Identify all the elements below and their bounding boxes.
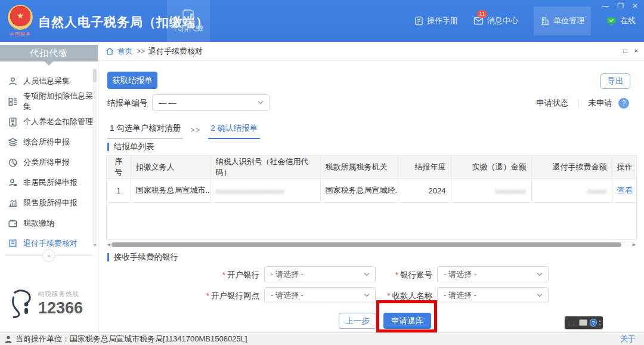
ime-more-dots-icon: ▪▪ <box>599 319 600 326</box>
application-status: 申请状态 ｜ 未申请 ? <box>536 98 629 109</box>
app-window: — ❐ ✕ ★ 中国税务 自然人电子税务局（扣缴端） 代扣代缴 操作手册 11 <box>0 0 644 345</box>
horizontal-scrollbar[interactable]: ◀ ▶ <box>106 242 637 247</box>
nav-item-online-status[interactable]: 在线 <box>606 16 636 26</box>
cell-paid-amount-redacted: ●●●●●●●● <box>496 189 527 195</box>
status-value: 未申请 <box>589 98 613 109</box>
scrollbar-thumb[interactable] <box>93 69 97 82</box>
operator-user-icon <box>5 335 12 343</box>
statement-number-select[interactable]: — — <box>152 94 270 111</box>
col-agent: 扣缴义务人 <box>131 156 210 178</box>
col-taxpayer-id: 纳税人识别号（社会信用代码） <box>210 156 320 178</box>
top-header: — ❐ ✕ ★ 中国税务 自然人电子税务局（扣缴端） 代扣代缴 操作手册 11 <box>0 0 644 42</box>
previous-step-button[interactable]: 上一步 <box>339 313 376 329</box>
cell-seq: 1 <box>107 178 131 202</box>
nav-label: 单位管理 <box>553 16 584 26</box>
section-title-text: 结报单列表 <box>114 141 154 152</box>
required-mark: * <box>222 270 225 279</box>
home-icon <box>106 47 114 55</box>
sidebar-item-personnel-info[interactable]: 人员信息采集 <box>0 71 98 91</box>
export-button[interactable]: 导出 <box>600 73 630 89</box>
sidebar-item-tax-payment[interactable]: 税款缴纳 <box>0 213 98 233</box>
sidebar-item-label: 税款缴纳 <box>23 218 54 229</box>
hotline-number: 12366 <box>38 299 83 318</box>
step-tab-1[interactable]: 1 勾选单户核对清册 <box>107 123 183 139</box>
status-separator: ｜ <box>574 98 582 109</box>
header-nav: 操作手册 11 消息中心 单位管理 在线 <box>414 0 636 42</box>
about-link[interactable]: 关于 <box>620 334 636 344</box>
sidebar-item-restricted-shares[interactable]: 限售股所得申报 <box>0 193 98 213</box>
building-icon <box>540 17 550 26</box>
content-restore-button[interactable]: □ <box>623 47 627 54</box>
cell-fee-amount-redacted: ●●●●● <box>587 189 606 195</box>
scroll-down-arrow-icon[interactable]: ▼ <box>92 243 97 247</box>
col-authority: 税款所属税务机关 <box>320 156 398 178</box>
tax-emblem-logo: ★ 中国税务 <box>5 5 36 38</box>
cell-year: 2024 <box>398 178 451 202</box>
sidebar-item-classified-income[interactable]: 分类所得申报 <box>0 152 98 172</box>
breadcrumb: 首页 >> 退付手续费核对 □ × <box>98 42 644 61</box>
hotline-logo: 纳税服务热线 12366 <box>6 288 83 319</box>
ime-help-icon[interactable]: ? <box>590 319 597 326</box>
bank-section-title: 接收手续费的银行 <box>107 252 178 263</box>
drag-handle-icon[interactable]: ⋮⋮ <box>567 321 577 325</box>
step-separator: >> <box>190 126 201 139</box>
sidebar-item-label: 综合所得申报 <box>23 137 70 147</box>
required-mark: * <box>206 291 209 300</box>
payee-name-label: *收款人名称 <box>355 291 432 301</box>
header-tab-label: 代扣代缴 <box>174 23 203 33</box>
sidebar-menu: 人员信息采集 专项附加扣除信息采集 个人养老金扣除管理 综合所得申报 分类所得申… <box>0 71 98 254</box>
content-close-button[interactable]: × <box>634 47 638 54</box>
layers-icon <box>8 137 18 147</box>
fetch-statement-button[interactable]: 获取结报单 <box>107 72 157 89</box>
document-icon <box>414 16 423 26</box>
section-accent-bar <box>107 143 109 151</box>
payee-name-select[interactable]: - 请选择 - <box>437 287 549 303</box>
keyboard-icon[interactable] <box>579 319 587 326</box>
collapse-sidebar-button[interactable]: « <box>42 249 55 262</box>
statement-table: 序号 扣缴义务人 纳税人识别号（社会信用代码） 税款所属税务机关 结报年度 实缴… <box>106 155 637 240</box>
bank-branch-label: *开户银行网点 <box>152 291 259 301</box>
scrollbar-track[interactable] <box>112 242 631 247</box>
nav-item-manual[interactable]: 操作手册 <box>414 16 458 26</box>
sidebar: 代扣代缴 人员信息采集 专项附加扣除信息采集 个人养老金扣除管理 综合所得申报 … <box>0 42 98 332</box>
wallet-icon <box>182 8 195 20</box>
chevron-down-icon <box>537 272 543 276</box>
sidebar-item-comprehensive-income[interactable]: 综合所得申报 <box>0 132 98 152</box>
sidebar-item-label: 非居民所得申报 <box>23 177 78 188</box>
user-icon <box>8 76 18 87</box>
scrollbar-thumb[interactable] <box>112 242 621 247</box>
nav-item-messages[interactable]: 11 消息中心 <box>473 16 518 26</box>
sidebar-item-label: 人员信息采集 <box>23 76 70 87</box>
bar-chart-icon <box>8 198 18 208</box>
breadcrumb-separator: >> <box>137 47 145 56</box>
scroll-left-arrow-icon[interactable]: ◀ <box>106 242 112 247</box>
input-method-toolbar[interactable]: ⋮⋮ ? ▪▪ <box>565 316 603 329</box>
view-link[interactable]: 查看 <box>617 186 633 195</box>
sidebar-item-nonresident-income[interactable]: 非居民所得申报 <box>0 172 98 193</box>
scroll-right-arrow-icon[interactable]: ▶ <box>631 242 637 247</box>
table-header-row: 序号 扣缴义务人 纳税人识别号（社会信用代码） 税款所属税务机关 结报年度 实缴… <box>107 156 637 178</box>
col-action: 操作 <box>612 156 637 178</box>
nav-item-unit-management[interactable]: 单位管理 <box>534 7 591 35</box>
breadcrumb-home-link[interactable]: 首页 <box>117 46 133 57</box>
sidebar-item-special-deduction[interactable]: 专项附加扣除信息采集 <box>0 91 98 112</box>
required-mark: * <box>387 291 390 300</box>
apply-refund-button[interactable]: 申请退库 <box>383 313 431 329</box>
main-content: 首页 >> 退付手续费核对 □ × 获取结报单 导出 结报单编号 — — 申请状… <box>98 42 644 332</box>
section-accent-bar <box>107 253 109 261</box>
header-tab-withholding[interactable]: 代扣代缴 <box>167 0 210 42</box>
wallet-small-icon <box>8 218 18 229</box>
help-icon[interactable]: ? <box>618 98 629 109</box>
sidebar-header-tab[interactable]: 代扣代缴 <box>0 45 98 61</box>
bank-name-label: *开户银行 <box>152 270 259 281</box>
sidebar-scrollbar[interactable]: ▼ <box>92 68 97 247</box>
sidebar-item-pension-deduction[interactable]: 个人养老金扣除管理 <box>0 112 98 132</box>
step-tab-2[interactable]: 2 确认结报单 <box>208 123 260 139</box>
pension-doc-icon <box>8 117 18 127</box>
bank-account-select[interactable]: - 请选择 - <box>437 266 549 282</box>
online-monitor-icon <box>606 17 617 26</box>
emblem-caption: 中国税务 <box>5 31 36 38</box>
select-value: - 请选择 - <box>444 269 476 280</box>
content-window-controls: □ × <box>623 47 638 54</box>
statement-list-section-title: 结报单列表 <box>107 141 154 152</box>
